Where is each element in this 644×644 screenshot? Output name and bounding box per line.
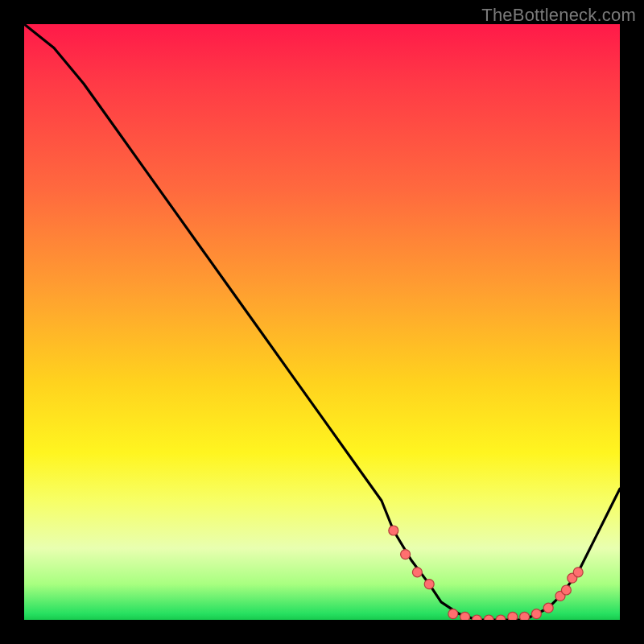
curve-marker [484,615,493,620]
chart-frame: TheBottleneck.com [0,0,644,644]
curve-markers [389,526,583,620]
curve-marker [389,526,398,535]
curve-marker [561,585,571,595]
curve-marker [543,603,553,613]
curve-marker [508,612,518,620]
bottleneck-curve-path [24,24,620,620]
watermark-text: TheBottleneck.com [481,5,636,26]
curve-marker [520,612,530,620]
curve-marker [448,609,458,619]
curve-marker [573,568,583,577]
curve-marker [531,609,541,619]
curve-marker [412,568,422,577]
curve-marker [424,580,434,589]
curve-marker [472,615,481,620]
curve-marker [496,615,506,620]
plot-area [24,24,620,620]
curve-marker [460,612,470,620]
bottleneck-curve-svg [24,24,620,620]
curve-marker [401,550,411,559]
